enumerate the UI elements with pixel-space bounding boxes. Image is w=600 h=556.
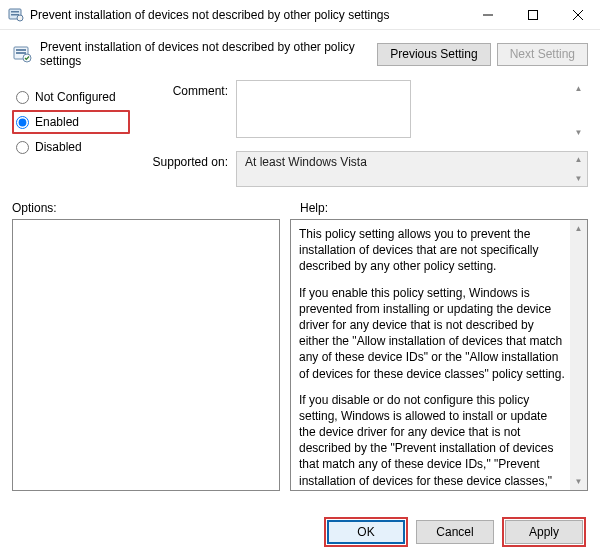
supported-text: At least Windows Vista [245,155,367,169]
comment-scroll: ▲ ▼ [570,81,587,140]
ok-highlight: OK [324,517,408,547]
cancel-button[interactable]: Cancel [416,520,494,544]
supported-row: Supported on: At least Windows Vista ▲ ▼ [140,151,588,187]
header-strip: Prevent installation of devices not desc… [0,30,600,78]
previous-setting-button[interactable]: Previous Setting [377,43,490,66]
help-paragraph: If you enable this policy setting, Windo… [299,285,565,382]
titlebar: Prevent installation of devices not desc… [0,0,600,30]
scroll-down-icon[interactable]: ▼ [570,171,587,186]
radio-disabled-input[interactable] [16,141,29,154]
scroll-up-icon[interactable]: ▲ [570,152,587,167]
panel-labels: Options: Help: [0,197,600,219]
panels: This policy setting allows you to preven… [0,219,600,491]
svg-point-3 [17,15,23,21]
nav-buttons: Previous Setting Next Setting [377,43,588,66]
radio-enabled-label: Enabled [35,115,79,129]
svg-rect-9 [16,49,26,51]
options-label: Options: [12,201,300,215]
radio-not-configured-label: Not Configured [35,90,116,104]
footer: OK Cancel Apply [0,508,600,556]
apply-highlight: Apply [502,517,586,547]
radio-enabled-input[interactable] [16,116,29,129]
app-icon [8,7,24,23]
scroll-down-icon[interactable]: ▼ [570,125,587,140]
svg-rect-2 [11,14,19,16]
maximize-button[interactable] [510,0,555,30]
options-panel [12,219,280,491]
scroll-up-icon[interactable]: ▲ [570,220,587,237]
comment-input[interactable] [236,80,411,138]
scroll-up-icon[interactable]: ▲ [570,81,587,96]
state-column: Not Configured Enabled Disabled [12,80,130,197]
close-button[interactable] [555,0,600,30]
help-paragraph: This policy setting allows you to preven… [299,226,565,275]
policy-title: Prevent installation of devices not desc… [40,40,369,68]
window-title: Prevent installation of devices not desc… [30,8,465,22]
minimize-button[interactable] [465,0,510,30]
svg-line-6 [573,10,583,20]
comment-row: Comment: ▲ ▼ [140,80,588,141]
ok-button[interactable]: OK [327,520,405,544]
svg-rect-1 [11,11,19,13]
help-label: Help: [300,201,588,215]
radio-enabled[interactable]: Enabled [12,110,130,134]
comment-label: Comment: [140,80,236,98]
radio-not-configured-input[interactable] [16,91,29,104]
radio-disabled-label: Disabled [35,140,82,154]
help-scrollbar[interactable]: ▲ ▼ [570,220,587,490]
scroll-down-icon[interactable]: ▼ [570,473,587,490]
svg-line-7 [573,10,583,20]
supported-value: At least Windows Vista [236,151,588,187]
help-paragraph: If you disable or do not configure this … [299,392,565,491]
radio-not-configured[interactable]: Not Configured [12,86,130,108]
fields-column: Comment: ▲ ▼ Supported on: At least Wind… [140,80,588,197]
window-controls [465,0,600,29]
apply-button[interactable]: Apply [505,520,583,544]
supported-scroll: ▲ ▼ [570,152,587,186]
next-setting-button: Next Setting [497,43,588,66]
radio-disabled[interactable]: Disabled [12,136,130,158]
help-panel: This policy setting allows you to preven… [290,219,588,491]
policy-icon [12,44,32,64]
upper-config: Not Configured Enabled Disabled Comment:… [0,78,600,197]
svg-rect-10 [16,52,26,54]
supported-label: Supported on: [140,151,236,169]
svg-rect-5 [528,11,537,20]
